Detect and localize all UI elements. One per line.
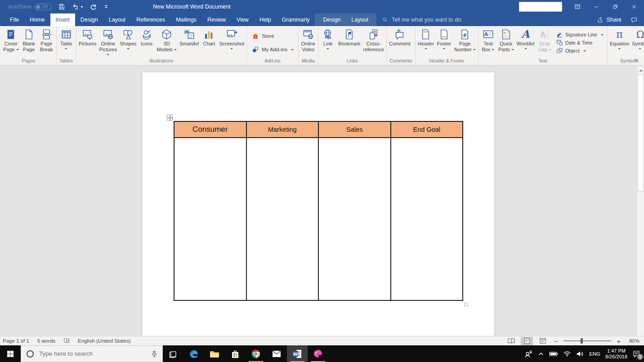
taskbar-search[interactable]	[21, 345, 163, 362]
bookmark-button[interactable]: Bookmark	[337, 27, 362, 58]
battery-icon[interactable]	[549, 349, 558, 358]
page-number-button[interactable]: #PageNumber	[453, 27, 477, 58]
online-pictures-button[interactable]: OnlinePictures	[98, 27, 118, 58]
table-header-cell-consumer[interactable]: Consumer	[174, 122, 247, 138]
pictures-button[interactable]: Pictures	[77, 27, 98, 58]
table-button[interactable]: Table	[58, 27, 75, 58]
read-mode-button[interactable]	[505, 337, 517, 345]
collapse-ribbon-button[interactable]	[633, 57, 640, 63]
table-body-cell-4[interactable]	[391, 138, 463, 300]
object-button[interactable]: Object	[556, 47, 604, 54]
close-button[interactable]	[631, 3, 638, 10]
table-header-cell-sales[interactable]: Sales	[319, 122, 391, 138]
paint-3d-taskbar-button[interactable]	[308, 345, 328, 362]
edge-taskbar-button[interactable]	[183, 345, 204, 362]
microphone-icon[interactable]	[151, 350, 158, 358]
scrollbar-thumb[interactable]	[638, 75, 644, 192]
language-badge[interactable]: ENG	[589, 351, 600, 357]
save-button[interactable]	[58, 3, 65, 10]
zoom-slider[interactable]	[564, 340, 611, 341]
restore-window-button[interactable]	[612, 3, 619, 10]
link-button[interactable]: Link	[319, 27, 337, 58]
word-taskbar-button[interactable]: W	[287, 345, 308, 362]
hidden-icons-chevron[interactable]	[538, 351, 544, 357]
equation-button[interactable]: πEquation	[608, 27, 631, 58]
shapes-button[interactable]: Shapes	[118, 27, 138, 58]
chart-button[interactable]: Chart	[200, 27, 218, 58]
mail-taskbar-button[interactable]	[266, 345, 287, 362]
tab-references[interactable]: References	[131, 13, 170, 26]
customize-quick-access-button[interactable]	[103, 4, 109, 10]
3d-models-button[interactable]: 3DModels	[156, 27, 178, 58]
screenshot-button[interactable]: Screenshot	[218, 27, 246, 58]
print-layout-button[interactable]	[521, 337, 533, 345]
date-time-button[interactable]: Date & Time	[556, 39, 604, 46]
my-add-ins-button[interactable]: My Add-ins	[251, 45, 294, 54]
document-page[interactable]: ConsumerMarketingSalesEnd Goal	[142, 72, 495, 336]
task-view-button[interactable]	[163, 345, 183, 362]
tell-me-box[interactable]: Tell me what you want to do	[376, 13, 466, 26]
zoom-out-button[interactable]: −	[552, 337, 560, 345]
scroll-up-button[interactable]	[638, 67, 644, 74]
clock[interactable]: 1:47 PM 8/26/2018	[605, 348, 627, 360]
tab-layout[interactable]: Layout	[103, 13, 131, 26]
quick-parts-button[interactable]: QuickParts	[497, 27, 515, 58]
tab-insert[interactable]: Insert	[50, 13, 75, 26]
account-box[interactable]	[519, 2, 562, 12]
context-tab-layout[interactable]: Layout	[346, 13, 374, 26]
page-break-button[interactable]: PageBreak	[38, 27, 55, 58]
file-explorer-taskbar-button[interactable]	[204, 345, 225, 362]
store-button[interactable]: Store	[251, 32, 294, 40]
page-indicator[interactable]: Page 1 of 1	[3, 338, 29, 344]
autosave-toggle[interactable]: AutoSave Off	[8, 4, 52, 10]
undo-button[interactable]	[72, 3, 83, 10]
table-body-cell-2[interactable]	[247, 138, 319, 300]
share-button[interactable]: Share	[597, 16, 622, 23]
zoom-in-button[interactable]: +	[615, 337, 622, 345]
language-indicator[interactable]: English (United States)	[78, 338, 131, 344]
tab-grammarly[interactable]: Grammarly	[277, 13, 315, 26]
tab-file[interactable]: File	[4, 13, 24, 26]
tab-view[interactable]: View	[231, 13, 254, 26]
signature-line-button[interactable]: Signature Line	[556, 31, 604, 38]
search-input[interactable]	[39, 350, 146, 357]
chrome-taskbar-button[interactable]	[246, 345, 266, 362]
word-count[interactable]: 5 words	[37, 338, 55, 344]
table-header-cell-marketing[interactable]: Marketing	[247, 122, 319, 138]
volume-icon[interactable]	[576, 350, 584, 358]
microsoft-store-taskbar-button[interactable]	[225, 345, 246, 362]
people-icon[interactable]	[524, 349, 533, 358]
comment-button[interactable]: Comment	[388, 27, 412, 58]
footer-button[interactable]: Footer	[435, 27, 453, 58]
start-button[interactable]	[0, 345, 21, 362]
zoom-level[interactable]: 80%	[626, 338, 640, 344]
wordart-button[interactable]: AWordArt	[515, 27, 536, 58]
table-body-cell-3[interactable]	[319, 138, 391, 300]
online-video-button[interactable]: OnlineVideo	[300, 27, 317, 58]
vertical-scrollbar[interactable]	[637, 66, 644, 336]
action-center-button[interactable]: 1	[632, 350, 640, 358]
web-layout-button[interactable]	[537, 337, 549, 345]
table-resize-handle[interactable]	[464, 303, 468, 306]
proofing-errors-icon[interactable]	[63, 338, 70, 344]
wifi-icon[interactable]	[563, 350, 571, 358]
text-box-button[interactable]: ATextBox	[479, 27, 497, 58]
smartart-button[interactable]: SmartArt	[178, 27, 200, 58]
redo-button[interactable]	[89, 3, 97, 10]
tab-mailings[interactable]: Mailings	[170, 13, 202, 26]
cross-reference-button[interactable]: Cross-reference	[362, 27, 385, 58]
icons-button[interactable]: Icons	[138, 27, 156, 58]
minimize-button[interactable]	[593, 3, 600, 10]
table-body-cell-1[interactable]	[174, 138, 247, 300]
symbol-button[interactable]: ΩSymbol	[631, 27, 644, 58]
tab-review[interactable]: Review	[202, 13, 231, 26]
context-tab-design[interactable]: Design	[318, 13, 346, 26]
ribbon-display-options-button[interactable]	[574, 3, 581, 10]
table-move-handle[interactable]	[167, 115, 173, 121]
zoom-slider-handle[interactable]	[581, 338, 583, 344]
show-comments-button[interactable]	[631, 16, 638, 23]
blank-page-button[interactable]: BlankPage	[20, 27, 38, 58]
header-button[interactable]: Header	[416, 27, 435, 58]
tab-help[interactable]: Help	[254, 13, 277, 26]
cover-page-button[interactable]: CoverPage	[2, 27, 20, 58]
